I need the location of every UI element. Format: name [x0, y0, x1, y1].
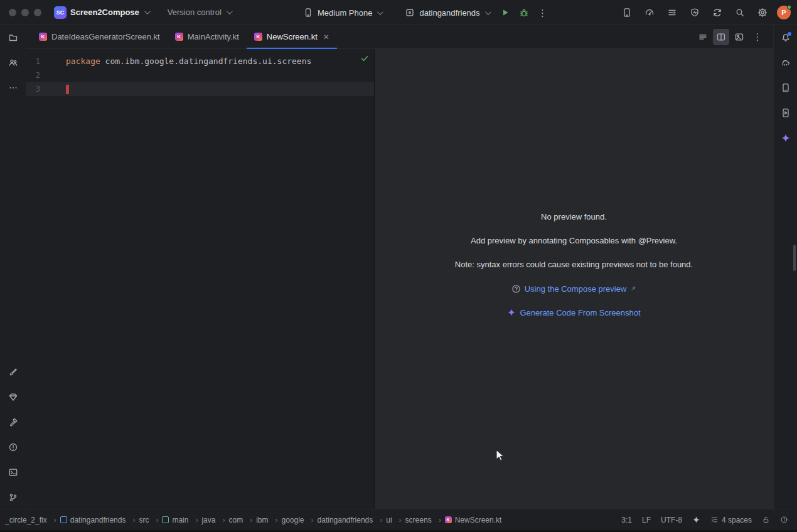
breadcrumb-separator: › — [152, 516, 162, 524]
tab-list: K DateIdeasGeneratorScreen.kt K MainActi… — [31, 25, 337, 48]
breadcrumb-label: screens — [405, 516, 432, 524]
text-caret — [66, 85, 69, 94]
run-configuration-selector[interactable]: datingandfriends — [399, 4, 494, 21]
breadcrumb-item[interactable]: datingandfriends › — [318, 516, 387, 524]
user-avatar[interactable]: P — [777, 6, 791, 19]
editor-line[interactable]: 3 — [26, 82, 374, 96]
breadcrumb-item[interactable]: screens › — [405, 516, 445, 524]
code-text: com.ibm.google.datingandfriends.ui.scree… — [100, 55, 312, 68]
readonly-lock-icon[interactable] — [762, 516, 770, 524]
line-number: 2 — [26, 68, 48, 82]
project-widget[interactable]: SC Screen2Compose — [49, 4, 154, 21]
breadcrumb-item[interactable]: java › — [201, 516, 228, 524]
more-tool-windows-icon[interactable] — [6, 80, 21, 95]
close-tab-icon[interactable]: ✕ — [323, 33, 329, 41]
search-everywhere-icon[interactable] — [732, 4, 748, 21]
traffic-lights — [0, 9, 49, 16]
info-circle-icon[interactable] — [780, 516, 788, 524]
main-area: K DateIdeasGeneratorScreen.kt K MainActi… — [0, 25, 797, 509]
breadcrumb-label: ibm — [256, 516, 268, 524]
code-view-icon[interactable] — [695, 29, 711, 45]
ide-window: SC Screen2Compose Version control Medium… — [0, 0, 797, 532]
device-manager-strip-icon[interactable] — [778, 80, 793, 95]
indent-widget[interactable]: 4 spaces — [710, 516, 752, 524]
no-preview-message: No preview found. — [541, 211, 607, 223]
gemini-assistant-icon[interactable] — [778, 130, 793, 146]
editor-tab[interactable]: K DateIdeasGeneratorScreen.kt — [31, 25, 168, 48]
project-folder-icon[interactable] — [6, 30, 21, 45]
breadcrumb-item[interactable]: google › — [281, 516, 317, 524]
version-control-branch-icon[interactable] — [6, 490, 21, 505]
kotlin-file-icon: K — [445, 516, 452, 523]
breadcrumb-item[interactable]: _circle_2_fix › — [5, 516, 60, 524]
relay-brush-icon[interactable] — [6, 364, 21, 380]
breadcrumb-item[interactable]: com › — [228, 516, 256, 524]
logcat-icon[interactable] — [664, 4, 680, 21]
tab-options-button[interactable]: ⋮ — [749, 29, 766, 45]
debug-button[interactable] — [516, 4, 532, 21]
resource-manager-gem-icon[interactable] — [6, 390, 21, 405]
breadcrumb-label: main — [172, 516, 188, 524]
project-name: Screen2Compose — [70, 8, 139, 17]
editor-line[interactable]: 1 package com.ibm.google.datingandfriend… — [26, 55, 374, 68]
device-selector[interactable]: Medium Phone — [297, 4, 387, 21]
help-link-label: Using the Compose preview — [525, 284, 627, 294]
breadcrumb-separator: › — [246, 516, 256, 524]
line-number: 1 — [26, 55, 48, 68]
device-manager-icon[interactable] — [619, 4, 635, 21]
kebab-icon: ⋮ — [538, 8, 547, 18]
breadcrumb-item[interactable]: K NewScreen.kt › — [445, 516, 502, 524]
editor-tab[interactable]: K MainActivity.kt — [168, 25, 247, 48]
breadcrumb-label: src — [139, 516, 149, 524]
external-link-icon — [630, 285, 636, 292]
more-actions-button[interactable]: ⋮ — [535, 4, 551, 21]
inspections-ok-check-icon[interactable] — [360, 54, 369, 63]
ai-status-star-icon[interactable] — [692, 516, 700, 524]
editor-line[interactable]: 2 — [26, 68, 374, 82]
design-view-icon[interactable] — [731, 29, 747, 45]
kotlin-file-icon: K — [175, 33, 183, 41]
minimize-window-button[interactable] — [21, 9, 29, 16]
code-editor[interactable]: 1 package com.ibm.google.datingandfriend… — [26, 49, 374, 509]
problems-icon[interactable] — [6, 440, 21, 455]
app-quality-insights-icon[interactable] — [687, 4, 703, 21]
editor-lines: 1 package com.ibm.google.datingandfriend… — [26, 49, 374, 96]
people-icon[interactable] — [6, 55, 21, 70]
app-module-icon — [404, 7, 415, 18]
line-separator-widget[interactable]: LF — [642, 516, 651, 524]
zoom-window-button[interactable] — [34, 9, 41, 16]
close-window-button[interactable] — [9, 9, 16, 16]
encoding-widget[interactable]: UTF-8 — [661, 516, 682, 524]
breadcrumb-separator: › — [376, 516, 386, 524]
source-root-icon — [162, 516, 169, 523]
split-view-icon[interactable] — [713, 29, 729, 45]
breadcrumb-item[interactable]: src › — [139, 516, 162, 524]
gradle-sync-icon[interactable] — [709, 4, 725, 21]
editor-content-column: K DateIdeasGeneratorScreen.kt K MainActi… — [26, 25, 773, 509]
code-line — [48, 85, 69, 94]
editor-tab[interactable]: K NewScreen.kt ✕ — [247, 25, 337, 48]
breadcrumb-item[interactable]: ui › — [386, 516, 405, 524]
breadcrumb-separator: › — [435, 516, 445, 524]
compose-preview-help-link[interactable]: Using the Compose preview — [511, 283, 637, 294]
breadcrumb-item[interactable]: ibm › — [256, 516, 281, 524]
code-keyword: package — [66, 55, 100, 68]
terminal-icon[interactable] — [6, 465, 21, 480]
gradle-icon[interactable] — [778, 55, 793, 70]
build-hammer-icon[interactable] — [6, 415, 21, 430]
module-icon — [60, 516, 67, 523]
caret-position-widget[interactable]: 3:1 — [621, 516, 632, 524]
breadcrumb-item[interactable]: datingandfriends › — [60, 516, 139, 524]
settings-gear-icon[interactable] — [754, 4, 771, 21]
editor-mode-switcher: ⋮ — [695, 25, 773, 48]
notifications-bell-icon[interactable] — [778, 30, 793, 45]
version-control-widget[interactable]: Version control — [163, 5, 236, 19]
breadcrumb-item[interactable]: main › — [162, 516, 201, 524]
breadcrumb-separator: › — [271, 516, 281, 524]
run-button[interactable] — [497, 4, 513, 21]
online-status-dot — [787, 5, 791, 9]
generate-code-from-screenshot-link[interactable]: Generate Code From Screenshot — [507, 307, 640, 318]
scrollbar-thumb[interactable] — [793, 245, 796, 271]
running-devices-icon[interactable] — [778, 105, 793, 120]
profiler-icon[interactable] — [641, 4, 658, 21]
